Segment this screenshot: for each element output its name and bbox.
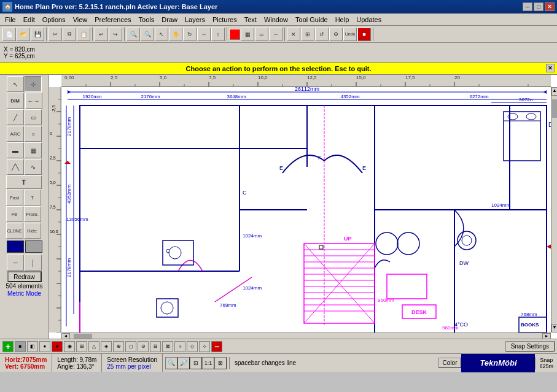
tool-line[interactable]: ╱	[7, 109, 24, 125]
toolbar-redo[interactable]: ↪	[109, 28, 122, 41]
metric-mode-label[interactable]: Metric Mode	[7, 290, 41, 297]
menu-file[interactable]: File	[1, 15, 20, 25]
toolbar-zoomout[interactable]: 🔍	[141, 28, 154, 41]
toolbar-paste[interactable]: 📋	[77, 28, 90, 41]
snap-btn-12[interactable]: ⊟	[150, 341, 161, 352]
tool-pointer[interactable]: ↖	[7, 76, 24, 92]
scrollbar-down-button[interactable]: ▼	[551, 324, 557, 332]
tool-hline[interactable]: ─	[7, 255, 24, 271]
scrollbar-right[interactable]: ▲ ▼	[551, 87, 557, 332]
scrollbar-right-button[interactable]: ►	[542, 333, 551, 339]
snap-btn-4[interactable]: ●	[52, 341, 63, 352]
tool-grid[interactable]: ▦	[25, 142, 42, 158]
toolbar-rotate[interactable]: ↻	[183, 28, 197, 41]
scrollbar-hthumb[interactable]	[74, 334, 92, 339]
zoom-custom-button[interactable]: ⊠	[214, 357, 227, 369]
tool-polyline[interactable]: ╱╲	[7, 159, 24, 175]
close-button[interactable]: ✕	[545, 2, 555, 11]
menu-draw[interactable]: Draw	[158, 15, 181, 25]
menu-pictures[interactable]: Pictures	[209, 15, 241, 25]
toolbar-flip[interactable]: ↔	[197, 28, 211, 41]
toolbar-undo[interactable]: ↩	[95, 28, 108, 41]
toolbar-refresh[interactable]: ↺	[315, 28, 329, 41]
scrollbar-up-button[interactable]: ▲	[551, 87, 557, 96]
tool-bezier[interactable]: ∿	[25, 159, 42, 175]
snap-btn-9[interactable]: ⊕	[113, 341, 124, 352]
color-swatch-secondary[interactable]	[25, 240, 42, 253]
scrollbar-left-button[interactable]: ◄	[61, 333, 70, 339]
snap-btn-6[interactable]: ⊞	[76, 341, 87, 352]
snap-btn-3[interactable]: ●	[39, 341, 50, 352]
toolbar-pan[interactable]: ✋	[169, 28, 182, 41]
snap-remove-button[interactable]: −	[211, 341, 222, 352]
snap-btn-10[interactable]: ◻	[125, 341, 136, 352]
zoom-fit-button[interactable]: ⊡	[190, 357, 202, 369]
canvas-container[interactable]: 0,00 2,5 5,0 7,5 10,0 12,5 15,0 17,5 20	[49, 75, 557, 339]
menu-layers[interactable]: Layers	[181, 15, 209, 25]
zoom-actual-button[interactable]: 1:1	[202, 357, 214, 369]
toolbar-zoomin[interactable]: 🔍	[127, 28, 140, 41]
snap-btn-7[interactable]: △	[88, 341, 99, 352]
menu-window[interactable]: Window	[260, 15, 292, 25]
snap-btn-13[interactable]: ⊠	[162, 341, 173, 352]
toolbar-stop[interactable]: ■	[357, 28, 371, 41]
tool-circle[interactable]: ○	[25, 126, 42, 142]
minimize-button[interactable]: ─	[523, 2, 532, 11]
tool-hide[interactable]: Hide:	[24, 223, 41, 239]
tool-rect[interactable]: ▭	[25, 109, 42, 125]
toolbar-linewidth[interactable]: ═	[255, 28, 268, 41]
toolbar-undo2[interactable]: Undo	[343, 28, 357, 41]
menu-help[interactable]: Help	[332, 15, 353, 25]
maximize-button[interactable]: □	[534, 2, 543, 11]
tool-select[interactable]: ⊹	[25, 76, 42, 92]
snap-btn-14[interactable]: ⟐	[174, 341, 185, 352]
menu-view[interactable]: View	[69, 15, 92, 25]
snap-btn-15[interactable]: ◇	[187, 341, 198, 352]
tool-wall[interactable]: ▬	[7, 142, 24, 158]
toolbar-color-picker[interactable]: ▦	[241, 28, 254, 41]
snap-btn-16[interactable]: ⊹	[199, 341, 210, 352]
toolbar-copy[interactable]: ⧉	[63, 28, 76, 41]
zoom-out-button[interactable]: 🔍	[165, 357, 177, 369]
tool-text[interactable]: T	[6, 175, 42, 189]
menu-preferences[interactable]: Preferences	[91, 15, 134, 25]
toolbar-select[interactable]: ↖	[155, 28, 168, 41]
action-close-button[interactable]: ✕	[546, 64, 555, 72]
toolbar-settings[interactable]: ⚙	[329, 28, 343, 41]
tool-dim2[interactable]: ←→	[25, 93, 42, 109]
toolbar-new[interactable]: 📄	[2, 28, 16, 41]
menu-text[interactable]: Text	[241, 15, 260, 25]
tool-fast[interactable]: Fast	[6, 190, 23, 206]
toolbar-cut[interactable]: ✂	[49, 28, 62, 41]
tool-arc[interactable]: ARC	[7, 126, 24, 142]
snap-btn-2[interactable]: ◧	[27, 341, 38, 352]
tool-vline[interactable]: │	[25, 255, 42, 271]
toolbar-linestyle[interactable]: --	[269, 28, 282, 41]
tool-dim[interactable]: DIM	[7, 93, 24, 109]
zoom-in-button[interactable]: 🔎	[177, 357, 190, 369]
scrollbar-bottom[interactable]: ◄ ►	[61, 332, 551, 339]
scrollbar-thumb[interactable]	[552, 99, 557, 118]
tool-clone[interactable]: CLONE	[6, 223, 23, 239]
snap-add-button[interactable]: +	[2, 341, 14, 352]
redraw-button[interactable]: Redraw	[7, 271, 42, 282]
menu-tools[interactable]: Tools	[135, 15, 158, 25]
tool-text2[interactable]: T	[24, 190, 41, 206]
canvas-drawing-area[interactable]: 26112mm 1920mm 2176mm 3648mm 4352mm	[61, 87, 551, 332]
toolbar-move[interactable]: ↕	[211, 28, 225, 41]
color-mode-button[interactable]: Color	[438, 358, 462, 368]
toolbar-group-objects[interactable]: ⊞	[301, 28, 314, 41]
toolbar-color-red[interactable]	[229, 29, 240, 40]
toolbar-open[interactable]: 📂	[17, 28, 30, 41]
menu-edit[interactable]: Edit	[20, 15, 39, 25]
tool-figs[interactable]: FIGS.	[24, 206, 41, 222]
tool-fill[interactable]: Fill	[6, 206, 23, 222]
toolbar-delete[interactable]: ✕	[287, 28, 300, 41]
color-swatch-primary[interactable]	[7, 240, 24, 253]
menu-toolguide[interactable]: Tool Guide	[292, 15, 332, 25]
snap-btn-8[interactable]: ◈	[101, 341, 112, 352]
toolbar-save[interactable]: 💾	[31, 28, 44, 41]
snap-btn-5[interactable]: ◉	[64, 341, 75, 352]
menu-updates[interactable]: Updates	[353, 15, 385, 25]
menu-options[interactable]: Options	[39, 15, 69, 25]
